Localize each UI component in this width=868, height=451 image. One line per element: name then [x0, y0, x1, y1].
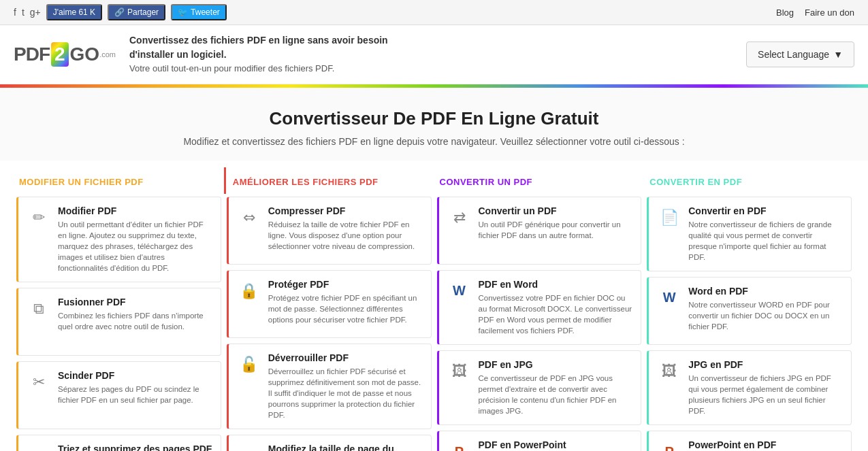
tool-info: Déverrouiller PDFDéverrouillez un fichie… — [268, 352, 423, 420]
col-header-red: AMÉLIORER LES FICHIERS PDF — [224, 167, 434, 194]
facebook-icon[interactable]: f — [14, 7, 16, 18]
tool-title: Déverrouiller PDF — [268, 352, 423, 363]
tool-info: JPG en PDFUn convertisseur de fichiers J… — [688, 359, 843, 416]
col-header-purple: CONVERTIR UN PDF — [434, 167, 645, 194]
tool-desc: Déverrouillez un fichier PDF sécurisé et… — [268, 366, 423, 420]
tool-card[interactable]: 🖼PDF en JPGCe convertisseur de PDF en JP… — [437, 350, 642, 425]
tool-card[interactable]: PPDF en PowerPointUn convertisseur de PD… — [437, 431, 642, 451]
header-left: PDF 2 GO .com Convertissez des fichiers … — [14, 33, 388, 76]
tool-info: PowerPoint en PDFUn convertisseur de fic… — [688, 439, 843, 451]
fb-share-label: 🔗 — [114, 7, 125, 17]
tool-desc: Séparez les pages du PDF ou scindez le f… — [58, 384, 212, 405]
hero-subtitle: Modifiez et convertissez des fichiers PD… — [14, 136, 854, 147]
tool-card[interactable]: ⇔Compresser PDFRéduisez la taille de vot… — [227, 197, 432, 265]
social-left: f t g+ J'aime 61 K 🔗 Partager 🐦 Tweeter — [14, 4, 227, 20]
tool-card[interactable]: ⤢Modifiez la taille de page du fichier P… — [227, 435, 432, 451]
tagline-main: Convertissez des fichiers PDF en ligne s… — [129, 33, 388, 62]
tool-info: Word en PDFNotre convertisseur WORD en P… — [688, 286, 843, 332]
tool-icon-merge: ⧉ — [27, 297, 51, 321]
tool-card[interactable]: PPowerPoint en PDFUn convertisseur de fi… — [647, 431, 852, 451]
language-select-button[interactable]: Select Language ▼ — [746, 41, 854, 67]
logo[interactable]: PDF 2 GO .com — [14, 42, 116, 67]
column-red: AMÉLIORER LES FICHIERS PDF⇔Compresser PD… — [224, 167, 434, 452]
tool-title: PDF en JPG — [479, 359, 633, 370]
tool-desc: Notre convertisseur WORD en PDF pour con… — [688, 299, 843, 332]
tool-info: Convertir un PDFUn outil PDF générique p… — [479, 205, 633, 241]
header-tagline: Convertissez des fichiers PDF en ligne s… — [129, 33, 388, 76]
fb-like-label: J'aime 61 K — [53, 7, 95, 17]
fb-share-text: Partager — [127, 7, 159, 17]
tool-card[interactable]: WWord en PDFNotre convertisseur WORD en … — [647, 277, 852, 345]
chevron-down-icon: ▼ — [833, 49, 843, 60]
tool-info: PDF en PowerPointUn convertisseur de PDF… — [479, 439, 633, 451]
tool-title: PDF en PowerPoint — [479, 439, 633, 450]
tools-grid: MODIFIER UN FICHIER PDF✏Modifier PDFUn o… — [14, 167, 854, 452]
tool-card[interactable]: 🔒Protéger PDFProtégez votre fichier PDF … — [227, 270, 432, 338]
tool-icon-scissors: ✂ — [27, 444, 51, 451]
tool-desc: Convertissez votre PDF en fichier DOC ou… — [479, 293, 633, 336]
tool-title: Protéger PDF — [268, 279, 423, 290]
tool-info: Fusionner PDFCombinez les fichiers PDF d… — [58, 297, 212, 332]
tool-info: Modifier PDFUn outil permettant d'éditer… — [58, 205, 212, 273]
tool-info: PDF en JPGCe convertisseur de PDF en JPG… — [479, 359, 633, 416]
tool-card[interactable]: ⇄Convertir un PDFUn outil PDF générique … — [437, 197, 642, 265]
tool-icon-convert: ⇄ — [447, 205, 472, 230]
column-teal: CONVERTIR EN PDF📄Convertir en PDFNotre c… — [644, 167, 854, 452]
logo-pdf-text: PDF — [14, 44, 50, 65]
google-plus-icon[interactable]: g+ — [30, 7, 41, 18]
tool-info: Triez et supprimez des pages PDF — [58, 444, 212, 451]
tool-icon-word: W — [657, 286, 681, 310]
tw-tweet-button[interactable]: 🐦 Tweeter — [171, 4, 227, 20]
logo-go-text: GO — [70, 44, 100, 65]
tool-card[interactable]: 🖼JPG en PDFUn convertisseur de fichiers … — [647, 350, 852, 425]
tool-title: Triez et supprimez des pages PDF — [58, 444, 212, 451]
tool-icon-word: W — [447, 279, 472, 303]
tool-desc: Notre convertisseur de fichiers de grand… — [688, 219, 843, 263]
col-header-teal: CONVERTIR EN PDF — [644, 167, 854, 194]
tool-card[interactable]: WPDF en WordConvertissez votre PDF en fi… — [437, 270, 642, 345]
fb-like-button[interactable]: J'aime 61 K — [46, 4, 102, 20]
social-bar: f t g+ J'aime 61 K 🔗 Partager 🐦 Tweeter … — [0, 0, 868, 25]
tool-icon-split: ✂ — [27, 370, 51, 395]
tagline-sub: Votre outil tout-en-un pour modifier des… — [129, 63, 334, 73]
logo-com-text: .com — [99, 50, 116, 59]
tool-title: PDF en Word — [479, 279, 633, 290]
tool-info: PDF en WordConvertissez votre PDF en fic… — [479, 279, 633, 336]
tw-tweet-text: Tweeter — [191, 7, 220, 17]
tool-info: Compresser PDFRéduisez la taille de votr… — [268, 205, 423, 252]
tool-desc: Combinez les fichiers PDF dans n'importe… — [58, 310, 212, 332]
blog-link[interactable]: Blog — [776, 7, 794, 18]
tool-card[interactable]: ✂Scinder PDFSéparez les pages du PDF ou … — [16, 361, 221, 429]
tool-info: Modifiez la taille de page du fichier PD… — [268, 444, 423, 451]
tool-card[interactable]: ✂Triez et supprimez des pages PDF — [16, 435, 221, 451]
tool-icon-jpg: 🖼 — [447, 359, 472, 384]
tw-icon: 🐦 — [178, 7, 188, 17]
fb-share-button[interactable]: 🔗 Partager — [108, 4, 165, 20]
tool-info: Protéger PDFProtégez votre fichier PDF e… — [268, 279, 423, 325]
tool-info: Convertir en PDFNotre convertisseur de f… — [688, 205, 843, 263]
tool-title: Modifier PDF — [58, 205, 212, 216]
tool-title: PowerPoint en PDF — [688, 439, 843, 450]
donate-link[interactable]: Faire un don — [805, 7, 854, 18]
tool-card[interactable]: ✏Modifier PDFUn outil permettant d'édite… — [16, 197, 221, 282]
tool-desc: Un outil PDF générique pour convertir un… — [479, 219, 633, 241]
social-right: Blog Faire un don — [776, 7, 854, 18]
tool-desc: Ce convertisseur de PDF en JPG vous perm… — [479, 373, 633, 416]
tool-desc: Un convertisseur de fichiers JPG en PDF … — [688, 373, 843, 416]
tool-card[interactable]: ⧉Fusionner PDFCombinez les fichiers PDF … — [16, 288, 221, 356]
tool-card[interactable]: 📄Convertir en PDFNotre convertisseur de … — [647, 197, 852, 271]
tool-card[interactable]: 🔓Déverrouiller PDFDéverrouillez un fichi… — [227, 344, 432, 429]
hero-title: Convertisseur De PDF En Ligne Gratuit — [14, 108, 854, 129]
twitter-icon[interactable]: t — [22, 7, 25, 18]
tool-title: Convertir en PDF — [688, 205, 843, 216]
tool-title: Scinder PDF — [58, 370, 212, 381]
tool-desc: Réduisez la taille de votre fichier PDF … — [268, 219, 423, 252]
tool-title: Compresser PDF — [268, 205, 423, 216]
header: PDF 2 GO .com Convertissez des fichiers … — [0, 25, 868, 84]
tool-icon-edit: ✏ — [27, 205, 51, 230]
tool-icon-ppt: P — [447, 439, 472, 451]
main-content: MODIFIER UN FICHIER PDF✏Modifier PDFUn o… — [0, 161, 868, 452]
column-purple: CONVERTIR UN PDF⇄Convertir un PDFUn outi… — [434, 167, 645, 452]
tool-title: Modifiez la taille de page du fichier PD… — [268, 444, 423, 451]
tool-desc: Protégez votre fichier PDF en spécifiant… — [268, 293, 423, 325]
